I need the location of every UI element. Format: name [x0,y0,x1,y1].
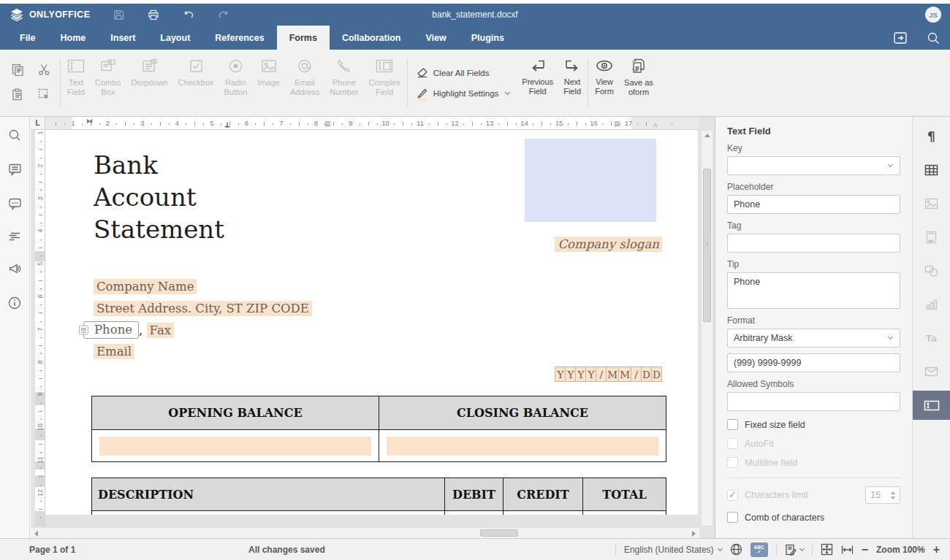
zoom-out-icon[interactable]: − [862,543,868,556]
paste-icon[interactable] [12,88,24,101]
vertical-scroll-thumb[interactable] [703,169,711,322]
characters-limit-checkbox[interactable]: Characters limit [727,490,808,501]
date-comb-field[interactable]: YYYY/MM/DD [555,367,662,382]
horizontal-scrollbar[interactable] [31,527,699,538]
comments-icon[interactable] [8,163,22,176]
cut-icon[interactable] [38,64,50,76]
tab-stop-selector[interactable]: L [31,117,45,130]
logo-image-placeholder[interactable] [525,139,656,222]
tab-home[interactable]: Home [48,26,99,50]
form-settings-icon[interactable] [913,391,950,420]
paragraph-settings-icon[interactable]: ¶ [913,129,950,145]
email-field[interactable]: Email [94,344,134,359]
closing-balance-field[interactable] [387,437,658,456]
clear-all-fields-button[interactable]: Clear All Fields [417,67,510,78]
image-button[interactable]: Image [252,58,285,88]
table-settings-icon[interactable] [913,162,950,178]
open-file-location-icon[interactable] [893,31,908,45]
previous-field-button[interactable]: Previous Field [517,58,558,96]
zoom-level[interactable]: Zoom 100% [876,545,925,555]
vertical-scrollbar[interactable] [701,130,713,526]
tag-input[interactable] [727,234,900,253]
checkbox-box[interactable] [727,490,738,501]
copy-icon[interactable] [12,64,24,76]
radio-button-button[interactable]: Radio Button [219,58,253,96]
key-select[interactable] [727,156,900,175]
field-drag-handle[interactable] [79,326,88,335]
text-art-icon[interactable]: Ta [913,330,950,346]
fixed-size-field-checkbox[interactable]: Fixed size field [727,419,900,430]
tab-plugins[interactable]: Plugins [459,26,517,50]
print-icon[interactable] [148,9,159,20]
redo-icon[interactable] [218,9,229,20]
allowed-symbols-input[interactable] [727,392,900,411]
save-icon[interactable] [113,9,124,20]
comb-of-characters-checkbox[interactable]: Comb of characters [727,512,900,523]
email-address-button[interactable]: Email Address [285,58,324,96]
next-field-button[interactable]: Next Field [558,58,586,96]
spinner-down-icon[interactable] [891,496,895,499]
navigation-headings-icon[interactable] [8,231,21,242]
tab-references[interactable]: References [202,26,276,50]
shape-settings-icon[interactable] [913,263,950,279]
phone-number-button[interactable]: Phone Number [324,58,363,96]
tab-layout[interactable]: Layout [148,26,202,50]
view-form-button[interactable]: View Form [590,58,619,96]
combo-box-button[interactable]: Combo Box [90,58,126,96]
company-name-field[interactable]: Company Name [94,279,197,294]
tab-collaboration[interactable]: Collaboration [330,26,414,50]
about-icon[interactable] [8,296,21,310]
multiline-field-checkbox[interactable]: Multiline field [727,457,900,468]
save-as-oform-button[interactable]: Save as oform [619,58,658,96]
tip-input[interactable]: Phone [727,272,900,309]
headers-footers-icon[interactable] [913,229,950,245]
spinner-up-icon[interactable] [891,491,895,494]
dropdown-button[interactable]: Dropdown [126,58,172,88]
page-indicator[interactable]: Page 1 of 1 [29,545,75,555]
characters-limit-spinner[interactable]: 15 [865,486,900,504]
company-slogan-field[interactable]: Company slogan [555,237,662,252]
select-all-icon[interactable] [38,88,50,101]
checkbox-box[interactable] [727,419,738,430]
highlight-settings-button[interactable]: Highlight Settings [417,88,510,99]
document-page[interactable]: Bank Account Statement Company slogan Co… [45,130,698,515]
text-field-button[interactable]: Text Field [62,58,90,96]
image-settings-icon[interactable] [913,196,950,212]
search-panel-icon[interactable] [8,129,21,142]
checkbox-box[interactable] [727,457,738,468]
zoom-in-icon[interactable]: + [933,543,940,556]
scroll-left-arrow[interactable] [34,531,38,537]
indent-marker[interactable]: ⧓ [86,118,93,125]
scroll-up-arrow[interactable] [704,134,710,137]
tab-forms[interactable]: Forms [277,26,330,50]
checkbox-box[interactable] [727,438,738,449]
scroll-right-arrow[interactable] [692,531,696,537]
horizontal-scroll-thumb[interactable] [480,529,518,537]
fit-width-icon[interactable] [841,545,854,555]
opening-balance-field[interactable] [99,437,371,456]
set-language-icon[interactable] [730,543,742,556]
undo-icon[interactable] [183,9,194,20]
phone-field-selected[interactable]: Phone [83,321,139,339]
horizontal-ruler[interactable]: ⧓ ⊥ ▥ ▥ ⌂ 1234567891011121314151617 [45,117,699,130]
mail-merge-icon[interactable] [913,364,950,380]
format-select[interactable]: Arbitrary Mask [727,329,900,348]
street-address-field[interactable]: Street Address. City, ST ZIP CODE [94,301,312,316]
avatar[interactable]: JS [925,7,941,23]
spell-checking-icon[interactable]: ABC✓ [750,542,768,557]
placeholder-input[interactable]: Phone [727,195,900,214]
chat-icon[interactable] [8,197,22,210]
search-icon[interactable] [927,31,940,45]
chart-settings-icon[interactable] [913,296,950,312]
track-changes-icon[interactable] [785,544,804,556]
language-selector[interactable]: English (United States) [624,545,722,555]
vertical-ruler[interactable]: 123456789101112 [35,130,45,526]
fit-page-icon[interactable] [821,543,833,556]
autofit-checkbox[interactable]: AutoFit [727,438,900,449]
checkbox-button[interactable]: Checkbox [173,58,219,88]
fax-field[interactable]: Fax [147,323,174,338]
tab-file[interactable]: File [7,26,48,50]
checkbox-box[interactable] [727,512,738,523]
mask-input[interactable]: (999) 9999-9999 [727,353,900,372]
complex-field-button[interactable]: Complex Field [363,58,405,96]
